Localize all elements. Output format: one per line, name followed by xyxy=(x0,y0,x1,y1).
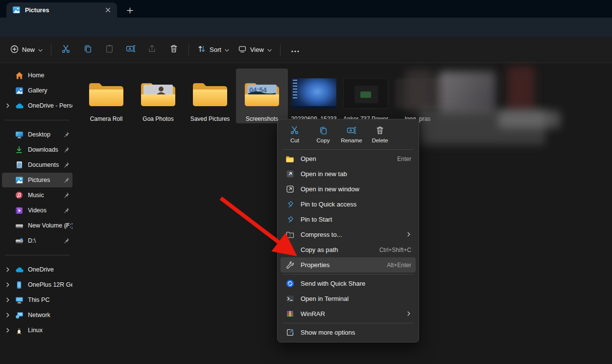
cut-button[interactable] xyxy=(55,42,77,58)
file-name: Camera Roll xyxy=(90,115,123,122)
sidebar-item-network[interactable]: Network xyxy=(2,308,72,322)
quick-copy-button[interactable]: Copy xyxy=(309,122,337,146)
downloads-icon xyxy=(14,146,24,154)
sidebar-item-videos[interactable]: Videos xyxy=(2,203,72,218)
image-thumbnail xyxy=(395,78,440,109)
sidebar-item-label: Home xyxy=(28,72,72,79)
sidebar-item-linux[interactable]: Linux xyxy=(2,323,72,338)
quick-action-label: Copy xyxy=(317,137,330,143)
sidebar-item-d[interactable]: D:\ xyxy=(2,233,72,248)
open-new-window-icon xyxy=(285,185,295,193)
delete-icon xyxy=(169,44,178,55)
toolbar-divider xyxy=(280,44,281,56)
menu-divider xyxy=(282,274,414,274)
thispc-icon xyxy=(14,296,24,304)
pin-icon xyxy=(63,177,70,183)
documents-icon xyxy=(14,161,24,169)
quick-cut-button[interactable]: Cut xyxy=(281,122,309,146)
expand-chevron-icon[interactable] xyxy=(2,328,14,333)
sidebar-item-onedrive-persona[interactable]: OneDrive - Persona xyxy=(2,98,72,113)
chevron-down-icon xyxy=(225,46,229,53)
quick-action-label: Cut xyxy=(290,137,299,143)
menu-item-pin-to-quick-access[interactable]: Pin to Quick access xyxy=(281,197,416,212)
file-name: Goa Photos xyxy=(142,115,173,122)
menu-item-open-in-new-tab[interactable]: Open in new tab xyxy=(281,166,416,182)
expand-chevron-icon[interactable] xyxy=(2,103,14,108)
sort-button[interactable]: Sort xyxy=(193,42,234,58)
expand-chevron-icon[interactable] xyxy=(2,297,14,302)
menu-item-winrar[interactable]: WinRAR xyxy=(281,306,416,321)
share-icon xyxy=(148,44,157,55)
delete-button[interactable] xyxy=(163,42,185,58)
sidebar-item-music[interactable]: Music xyxy=(2,188,72,203)
sidebar-item-downloads[interactable]: Downloads xyxy=(2,142,72,157)
quick-actions-row: Cut Copy A Rename Delete xyxy=(280,121,417,148)
copy-button[interactable] xyxy=(77,42,98,58)
menu-item-pin-to-start[interactable]: Pin to Start xyxy=(281,212,416,227)
sidebar-item-label: OneDrive - Persona xyxy=(28,102,72,109)
new-tab-button[interactable] xyxy=(123,4,136,16)
quick-delete-button[interactable]: Delete xyxy=(366,122,394,146)
sidebar-item-home[interactable]: Home xyxy=(2,68,72,83)
file-tile-20230609-15233[interactable]: 20230609_15233 xyxy=(288,68,340,123)
paste-button[interactable] xyxy=(98,42,120,58)
drive-icon xyxy=(14,223,24,229)
file-tile-saved-pictures[interactable]: Saved Pictures xyxy=(184,68,236,123)
file-name: Screenshots xyxy=(246,115,279,122)
expand-chevron-icon[interactable] xyxy=(2,313,14,318)
menu-item-shortcut: Ctrl+Shift+C xyxy=(379,247,411,253)
quick-rename-button[interactable]: A Rename xyxy=(337,122,366,146)
menu-item-compress-to[interactable]: Compress to... xyxy=(281,227,416,242)
sidebar-item-onedrive[interactable]: OneDrive xyxy=(2,262,72,277)
svg-text:A: A xyxy=(349,128,352,133)
menu-item-label: Open xyxy=(301,155,393,162)
menu-item-open[interactable]: Open Enter xyxy=(281,151,416,166)
sidebar-item-gallery[interactable]: Gallery xyxy=(2,83,72,98)
pin-blue-icon xyxy=(285,201,295,208)
tab-pictures[interactable]: Pictures xyxy=(6,2,117,18)
menu-item-show-more-options[interactable]: Show more options xyxy=(281,325,416,340)
onedrive-icon xyxy=(14,103,24,109)
share-button[interactable] xyxy=(141,42,163,58)
menu-item-label: Compress to... xyxy=(301,231,406,238)
show-more-icon xyxy=(285,328,295,337)
more-options-button[interactable] xyxy=(284,42,306,58)
menu-item-send-with-quick-share[interactable]: Send with Quick Share xyxy=(281,276,416,291)
sidebar-item-label: Network xyxy=(28,312,72,318)
menu-item-open-in-new-window[interactable]: Open in new window xyxy=(281,182,416,197)
rename-button[interactable]: A xyxy=(120,42,141,58)
rename-icon: A xyxy=(347,126,356,136)
menu-item-copy-as-path[interactable]: Copy as path Ctrl+Shift+C xyxy=(281,242,416,257)
menu-item-label: Show more options xyxy=(301,329,411,336)
file-tile-camera-roll[interactable]: Camera Roll xyxy=(80,68,132,123)
menu-item-properties[interactable]: Properties Alt+Enter xyxy=(281,257,416,273)
sort-label: Sort xyxy=(210,46,221,53)
submenu-chevron-icon xyxy=(406,231,411,238)
open-folder-icon xyxy=(285,155,295,162)
toolbar-divider xyxy=(51,44,51,56)
sidebar-item-this-pc[interactable]: This PC xyxy=(2,293,72,307)
linux-icon xyxy=(14,326,24,334)
file-tile-screenshots[interactable]: 04:54 Screenshots xyxy=(236,68,288,123)
file-tile-goa-photos[interactable]: Goa Photos xyxy=(132,68,184,123)
sidebar-item-documents[interactable]: Documents xyxy=(2,158,72,172)
phone-icon xyxy=(14,281,24,289)
menu-item-label: WinRAR xyxy=(301,310,406,318)
menu-item-open-in-terminal[interactable]: Open in Terminal xyxy=(281,291,416,306)
view-button[interactable]: View xyxy=(234,42,276,58)
expand-chevron-icon[interactable] xyxy=(2,267,14,272)
sidebar-item-desktop[interactable]: Desktop xyxy=(2,127,72,142)
close-tab-icon[interactable] xyxy=(102,5,113,16)
sidebar-item-new-volume-f[interactable]: New Volume (F:) xyxy=(2,218,72,233)
pin-icon xyxy=(63,146,70,153)
file-tile-anker-737-power[interactable]: Anker 737 Power xyxy=(340,68,392,123)
view-label: View xyxy=(250,46,264,53)
pin-icon xyxy=(63,207,70,213)
file-tile-long-pras[interactable]: long_pras xyxy=(392,68,444,123)
title-bar: Pictures xyxy=(0,0,612,18)
expand-chevron-icon[interactable] xyxy=(2,282,14,287)
new-button[interactable]: New xyxy=(6,42,47,58)
sidebar-item-pictures[interactable]: Pictures xyxy=(2,173,72,187)
sidebar-item-label: Linux xyxy=(28,327,72,334)
sidebar-item-oneplus-12r-gensh[interactable]: OnePlus 12R Gensh xyxy=(2,277,72,292)
